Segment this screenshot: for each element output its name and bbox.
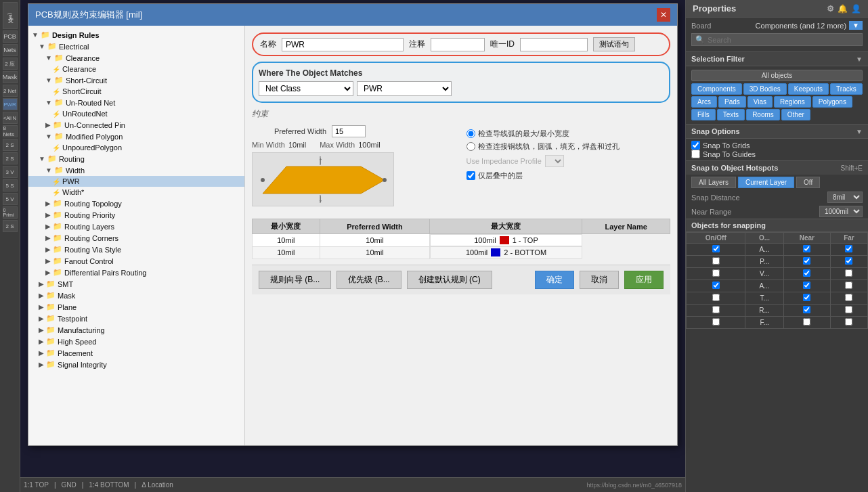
obj-far-1[interactable]	[830, 244, 867, 256]
nets-btn[interactable]: Nets	[3, 44, 18, 56]
selection-filter-header[interactable]: Selection Filter ▼	[686, 52, 868, 66]
tree-item-electrical[interactable]: ▼ 📁 Electrical	[28, 41, 244, 52]
tree-item-smt[interactable]: ▶ 📁 SMT	[28, 278, 244, 290]
tree-item-plane[interactable]: ▶ 📁 Plane	[28, 301, 244, 313]
tracks-btn[interactable]: Tracks	[830, 83, 863, 95]
s2c-btn[interactable]: 2 S	[3, 220, 18, 232]
obj-checkbox-2[interactable]	[712, 257, 720, 265]
current-layer-btn[interactable]: Current Layer	[738, 177, 794, 188]
snap-options-header[interactable]: Snap Options ▼	[686, 125, 868, 139]
obj-near-checkbox-4[interactable]	[803, 282, 810, 289]
other-btn[interactable]: Other	[781, 109, 810, 120]
3d-bodies-btn[interactable]: 3D Bodies	[743, 83, 787, 95]
tree-item-design-rules[interactable]: ▼ 📁 Design Rules	[28, 29, 244, 41]
where-value-select[interactable]: PWR GND Default	[357, 81, 452, 96]
tree-item-routing-layers[interactable]: ▶ 📁 Routing Layers	[28, 221, 244, 232]
bell-icon[interactable]: 🔔	[838, 4, 848, 14]
obj-far-6[interactable]	[830, 305, 867, 317]
primi-btn[interactable]: 0 Primi	[3, 206, 18, 219]
regions-btn[interactable]: Regions	[774, 96, 811, 108]
tree-item-routing-priority[interactable]: ▶ 📁 Routing Priority	[28, 209, 244, 221]
components-btn[interactable]: Components	[691, 83, 742, 95]
tree-item-mask[interactable]: ▶ 📁 Mask	[28, 290, 244, 301]
obj-near-checkbox-2[interactable]	[803, 257, 810, 265]
obj-on-2[interactable]	[687, 256, 745, 268]
tree-item-clearance-rule[interactable]: ⚡ Clearance	[28, 64, 244, 74]
all-btn[interactable]: <All N	[3, 112, 18, 124]
tree-item-unrouted-net[interactable]: ▼ 📁 Un-Routed Net	[28, 97, 244, 108]
apply-btn[interactable]: 2 应	[3, 58, 18, 70]
tree-item-manufacturing[interactable]: ▶ 📁 Manufacturing	[28, 324, 244, 336]
pwr-btn[interactable]: PWR	[3, 98, 18, 110]
tree-item-pwr-rule[interactable]: ⚡ PWR	[28, 176, 244, 187]
s5-btn[interactable]: 5 S	[3, 179, 18, 192]
tree-item-width-folder[interactable]: ▼ 📁 Width	[28, 164, 244, 176]
obj-far-checkbox-7[interactable]	[845, 318, 852, 326]
mask-btn[interactable]: Mask	[3, 71, 18, 83]
obj-checkbox-4[interactable]	[712, 282, 720, 289]
apply-btn-footer[interactable]: 应用	[624, 271, 664, 289]
v3-btn[interactable]: 3 V	[3, 166, 18, 178]
tree-item-short-circuit[interactable]: ▼ 📁 Short-Circuit	[28, 74, 244, 86]
tree-item-routing-via-style[interactable]: ▶ 📁 Routing Via Style	[28, 244, 244, 255]
name-input[interactable]	[282, 38, 404, 51]
pads-btn[interactable]: Pads	[718, 96, 746, 108]
obj-on-1[interactable]	[687, 244, 745, 256]
obj-near-6[interactable]	[783, 305, 830, 317]
where-type-select[interactable]: Net Class Net Layer	[259, 81, 353, 96]
search-input[interactable]	[708, 36, 859, 44]
tree-item-width-rule[interactable]: ⚡ Width*	[28, 187, 244, 198]
snap-grids-checkbox[interactable]	[691, 141, 700, 150]
obj-near-2[interactable]	[783, 256, 830, 268]
obj-near-3[interactable]	[783, 268, 830, 280]
obj-checkbox-3[interactable]	[712, 269, 720, 277]
obj-checkbox-6[interactable]	[712, 306, 720, 313]
gear-icon[interactable]: ⚙	[827, 4, 834, 14]
tree-item-signal-integrity[interactable]: ▶ 📁 Signal Integrity	[28, 359, 244, 370]
radio-check-arcs[interactable]	[466, 129, 475, 138]
obj-near-1[interactable]	[783, 244, 830, 256]
tree-item-unpouredpolygon[interactable]: ⚡ UnpouredPolygon	[28, 142, 244, 153]
layer-only-checkbox[interactable]	[466, 171, 475, 180]
note-input[interactable]	[431, 38, 485, 51]
s2b-btn[interactable]: 2 S	[3, 152, 18, 164]
obj-on-3[interactable]	[687, 268, 745, 280]
rule-wizard-btn[interactable]: 规则向导 (B...	[259, 271, 331, 289]
obj-far-5[interactable]	[830, 292, 867, 305]
arcs-btn[interactable]: Arcs	[691, 96, 717, 108]
tree-item-unconnected-pin[interactable]: ▶ 📁 Un-Connected Pin	[28, 119, 244, 131]
texts-btn[interactable]: Texts	[717, 109, 745, 120]
obj-checkbox-7[interactable]	[712, 318, 720, 326]
tree-item-clearance-folder[interactable]: ▼ 📁 Clearance	[28, 52, 244, 64]
fills-btn[interactable]: Fills	[691, 109, 716, 120]
obj-near-checkbox-6[interactable]	[803, 306, 810, 313]
obj-on-6[interactable]	[687, 305, 745, 317]
tree-item-routing[interactable]: ▼ 📁 Routing	[28, 153, 244, 164]
obj-far-checkbox-1[interactable]	[845, 245, 852, 252]
priority-btn[interactable]: 优先级 (B...	[337, 271, 401, 289]
obj-checkbox-5[interactable]	[712, 294, 720, 301]
cancel-btn[interactable]: 取消	[580, 271, 619, 289]
tree-item-modified-polygon[interactable]: ▼ 📁 Modified Polygon	[28, 131, 244, 142]
near-range-select[interactable]: 1000mil 500mil 2000mil	[819, 206, 863, 217]
obj-checkbox-1[interactable]	[712, 245, 720, 252]
obj-far-checkbox-5[interactable]	[845, 294, 852, 301]
obj-far-7[interactable]	[830, 317, 867, 329]
obj-far-checkbox-6[interactable]	[845, 306, 852, 313]
v5-btn[interactable]: 5 V	[3, 193, 18, 205]
obj-on-7[interactable]	[687, 317, 745, 329]
keepouts-btn[interactable]: Keepouts	[788, 83, 829, 95]
net2-btn[interactable]: 2 Net	[3, 85, 18, 97]
tree-item-unroutednet[interactable]: ⚡ UnRoutedNet	[28, 108, 244, 119]
obj-near-checkbox-3[interactable]	[803, 269, 810, 277]
filter-btn[interactable]: ▼	[849, 21, 863, 30]
obj-near-checkbox-7[interactable]	[803, 318, 810, 326]
impedance-select[interactable]	[545, 155, 564, 167]
tree-item-routing-corners[interactable]: ▶ 📁 Routing Corners	[28, 232, 244, 244]
tree-item-fanout-control[interactable]: ▶ 📁 Fanout Control	[28, 255, 244, 267]
create-default-btn[interactable]: 创建默认规则 (C)	[407, 271, 492, 289]
ok-btn[interactable]: 确定	[535, 271, 574, 289]
user-icon[interactable]: 👤	[851, 4, 861, 14]
rooms-btn[interactable]: Rooms	[746, 109, 780, 120]
vias-btn[interactable]: Vias	[747, 96, 773, 108]
